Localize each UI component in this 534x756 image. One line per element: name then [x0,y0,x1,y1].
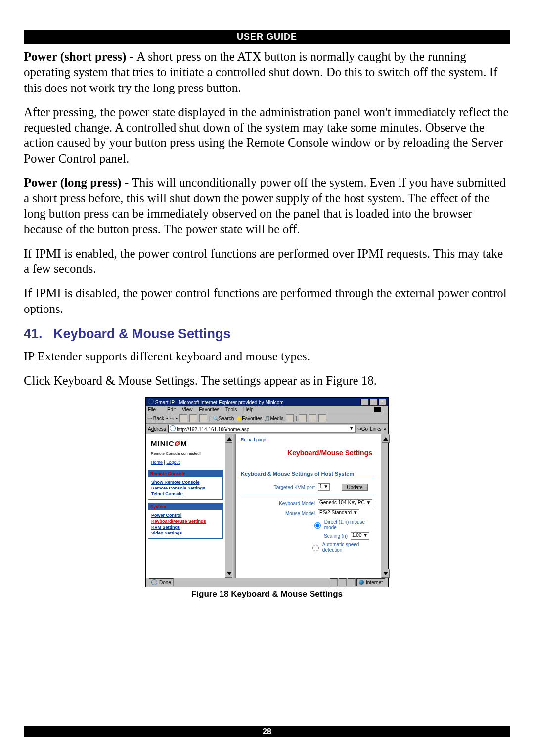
reload-page-link[interactable]: Reload page [241,437,266,442]
select-mouse-model[interactable]: PS/2 Standard ▼ [318,509,359,517]
globe-icon [359,580,364,585]
status-page-icon [151,579,157,585]
status-zone: Internet [356,578,385,586]
main-scroll-down-icon[interactable] [381,569,390,578]
home-logout-row: Home | Logout [151,460,223,465]
lbl-keyboard-model: Keyboard Model [241,501,318,506]
home-link[interactable]: Home [151,460,163,465]
edit-icon[interactable] [318,414,326,422]
sidebar-scrollbar[interactable] [225,434,232,578]
status-seg-2 [339,578,347,586]
main-panel: Reload page Keyboard/Mouse Settings Keyb… [236,434,381,578]
history-icon[interactable] [286,414,294,422]
close-button[interactable]: × [378,399,386,405]
ie-icon [148,399,154,404]
select-scaling[interactable]: 1.00 ▼ [351,532,369,540]
menu-view[interactable]: View [182,407,193,412]
figure-caption: Figure 18 Keyboard & Mouse Settings [24,589,510,599]
link-video-settings[interactable]: Video Settings [151,531,220,535]
select-targeted-kvm[interactable]: 1 ▼ [318,483,330,491]
home-icon[interactable] [199,414,207,422]
link-telnet-console[interactable]: Telnet Console [151,491,220,496]
para-after-pressing: After pressing, the power state displaye… [24,104,510,166]
lbl-auto-speed: Automatic speed detection [322,542,374,553]
media-button[interactable]: 🎵Media [264,416,283,421]
radio-direct-mode[interactable] [314,522,321,529]
addressbar: Address http://192.114.161.106/home.asp … [146,424,388,434]
menu-tools[interactable]: Tools [225,407,237,412]
sidebox-head-system: System [148,503,222,510]
row-keyboard-model: Keyboard Model Generic 104-Key PC ▼ [241,499,374,507]
update-button[interactable]: Update [342,484,367,491]
splitter[interactable] [232,434,236,578]
minimize-button[interactable]: _ [360,399,368,405]
lbl-mouse-model: Mouse Model [241,511,318,516]
link-remote-console-settings[interactable]: Remote Console Settings [151,486,220,490]
section-title: Keyboard & Mouse Settings [53,326,231,341]
lbl-scaling: Scaling (n) [318,534,351,539]
address-label: Address [148,426,166,432]
statusbar: Done Internet [146,578,388,587]
page-number: 28 [263,727,271,736]
forward-button[interactable]: ⇨ [170,416,174,421]
lead-short-press: Power (short press) - [24,50,136,63]
go-button[interactable]: ↪Go [357,426,368,432]
address-input[interactable]: http://192.114.161.106/home.asp ▼ [168,425,356,433]
para-click-settings: Click Keyboard & Mouse Settings. The set… [24,373,510,388]
minicom-logo: MINICØM [151,439,223,447]
links-label[interactable]: Links [370,426,381,432]
row-direct-mode: Direct (1:n) mouse mode [241,519,374,530]
main-scroll-up-icon[interactable] [381,434,390,443]
para-ipmi-disabled: If IPMI is disabled, the power control f… [24,285,510,316]
status-seg-3 [348,578,356,586]
sidebar: MINICØM Remote Console connected! Home |… [146,434,225,578]
menu-favorites[interactable]: Favorites [199,407,219,412]
stop-icon[interactable] [179,414,187,422]
menu-help[interactable]: Help [243,407,254,412]
menu-file[interactable]: File [148,407,161,412]
refresh-icon[interactable] [189,414,197,422]
search-button[interactable]: 🔍Search [213,416,234,421]
status-seg-1 [330,578,338,586]
radio-auto-speed[interactable] [312,545,319,551]
mail-icon[interactable] [299,414,307,422]
figure-screenshot: Smart-IP - Microsoft Internet Explorer p… [145,397,389,587]
section-number: 41. [24,326,53,342]
ie-throbber-icon [374,407,381,412]
para-short-press: Power (short press) - A short press on t… [24,49,510,95]
sidebox-remote-console: Remote Console Show Remote Console Remot… [148,470,223,500]
menubar: File Edit View Favorites Tools Help [146,406,388,413]
main-scrollbar[interactable] [381,434,388,578]
para-ipmi-enabled: If IPMI is enabled, the power control fu… [24,246,510,277]
toolbar: ⇦ Back • ⇨ • | 🔍Search ⭐Favorites 🎵Media… [146,413,388,424]
row-scaling: Scaling (n) 1.00 ▼ [241,532,374,540]
window-title: Smart-IP - Microsoft Internet Explorer p… [155,400,284,405]
link-show-remote-console[interactable]: Show Remote Console [151,480,220,485]
section-heading: 41.Keyboard & Mouse Settings [24,326,510,342]
row-auto-speed: Automatic speed detection [241,542,374,553]
status-right: Internet [330,578,385,586]
sidebox-head-remote: Remote Console [148,470,222,477]
page-icon [170,425,176,431]
panel-subheading: Keyboard & Mouse Settings of Host System [241,471,374,478]
footer-bar: 28 [24,726,510,737]
header-label: USER GUIDE [237,32,297,42]
lbl-direct-mode: Direct (1:n) mouse mode [324,519,374,530]
select-keyboard-model[interactable]: Generic 104-Key PC ▼ [318,499,372,507]
connection-status: Remote Console connected! [151,451,223,456]
link-kvm-settings[interactable]: KVM Settings [151,525,220,530]
lbl-targeted-kvm: Targeted KVM port [241,485,318,490]
back-button[interactable]: ⇦ Back [148,416,164,421]
status-done: Done [149,578,174,586]
panel-heading-red: Keyboard/Mouse Settings [241,449,372,457]
menu-edit[interactable]: Edit [167,407,176,412]
print-icon[interactable] [309,414,316,422]
para-intro: IP Extender supports different keyboard … [24,349,510,364]
header-bar: USER GUIDE [24,30,510,44]
favorites-button[interactable]: ⭐Favorites [236,416,262,421]
link-power-control[interactable]: Power Control [151,513,220,518]
row-mouse-model: Mouse Model PS/2 Standard ▼ [241,509,374,517]
maximize-button[interactable]: ☐ [369,399,377,405]
link-keyboard-mouse-settings[interactable]: Keyboard/Mouse Settings [151,519,220,524]
logout-link[interactable]: Logout [166,460,180,465]
